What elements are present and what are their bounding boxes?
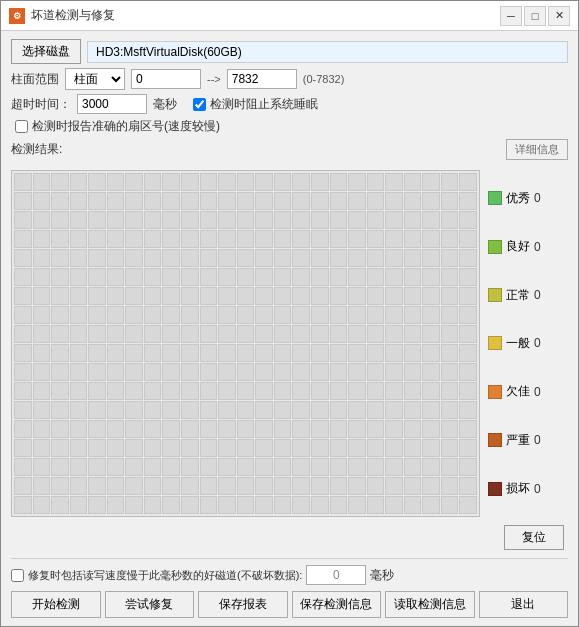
repair-checkbox[interactable] [11, 569, 24, 582]
grid-cell [14, 363, 32, 381]
grid-cell [88, 496, 106, 514]
grid-cell [255, 325, 273, 343]
grid-cell [14, 325, 32, 343]
grid-cell [330, 306, 348, 324]
grid-cell [181, 401, 199, 419]
grid-cell [218, 401, 236, 419]
save-report-button[interactable]: 保存报表 [198, 591, 288, 618]
grid-cell [33, 287, 51, 305]
prevent-sleep-checkbox[interactable] [193, 98, 206, 111]
grid-cell [200, 173, 218, 191]
grid-cell [404, 363, 422, 381]
grid-cell [311, 287, 329, 305]
cylinder-select[interactable]: 柱面 [65, 68, 125, 90]
grid-cell [385, 420, 403, 438]
grid-cell [348, 496, 366, 514]
minimize-button[interactable]: ─ [500, 6, 522, 26]
grid-cell [70, 230, 88, 248]
grid-cell [70, 325, 88, 343]
grid-cell [218, 230, 236, 248]
grid-cell [367, 287, 385, 305]
grid-cell [385, 458, 403, 476]
cylinder-range-hint: (0-7832) [303, 73, 345, 85]
grid-cell [404, 192, 422, 210]
grid-cell [274, 287, 292, 305]
grid-cell [51, 363, 69, 381]
grid-cell [88, 439, 106, 457]
save-detection-button[interactable]: 保存检测信息 [292, 591, 382, 618]
grid-cell [385, 496, 403, 514]
legend-color-box [488, 385, 502, 399]
grid-cell [14, 287, 32, 305]
legend-color-box [488, 336, 502, 350]
grid-cell [459, 230, 477, 248]
grid-cell [422, 458, 440, 476]
repair-value-input[interactable] [306, 565, 366, 585]
detail-button[interactable]: 详细信息 [506, 139, 568, 160]
grid-cell [255, 306, 273, 324]
grid-cell [181, 306, 199, 324]
grid-cell [51, 420, 69, 438]
select-disk-button[interactable]: 选择磁盘 [11, 39, 81, 64]
grid-cell [404, 439, 422, 457]
grid-cell [218, 420, 236, 438]
grid-cell [459, 401, 477, 419]
content-area: 选择磁盘 HD3:MsftVirtualDisk(60GB) 柱面范围 柱面 -… [1, 31, 578, 626]
grid-cell [274, 496, 292, 514]
start-detection-button[interactable]: 开始检测 [11, 591, 101, 618]
try-repair-button[interactable]: 尝试修复 [105, 591, 195, 618]
timeout-input[interactable] [77, 94, 147, 114]
grid-cell [33, 192, 51, 210]
grid-cell [144, 211, 162, 229]
grid-cell [274, 306, 292, 324]
read-detection-button[interactable]: 读取检测信息 [385, 591, 475, 618]
grid-cell [348, 439, 366, 457]
grid-cell [274, 230, 292, 248]
grid-cell [367, 230, 385, 248]
grid-cell [311, 325, 329, 343]
exit-button[interactable]: 退出 [479, 591, 569, 618]
legend-item: 优秀0 [488, 190, 568, 207]
disk-name-label: HD3:MsftVirtualDisk(60GB) [87, 41, 568, 63]
grid-cell [404, 420, 422, 438]
grid-cell [441, 325, 459, 343]
grid-cell [441, 401, 459, 419]
grid-cell [255, 268, 273, 286]
grid-cell [237, 192, 255, 210]
grid-cell [441, 173, 459, 191]
grid-cell [125, 306, 143, 324]
grid-cell [200, 249, 218, 267]
grid-cell [404, 382, 422, 400]
grid-cell [255, 211, 273, 229]
grid-cell [200, 287, 218, 305]
grid-cell [237, 230, 255, 248]
grid-cell [237, 382, 255, 400]
grid-cell [51, 496, 69, 514]
grid-cell [200, 420, 218, 438]
grid-cell [88, 306, 106, 324]
grid-cell [33, 382, 51, 400]
maximize-button[interactable]: □ [524, 6, 546, 26]
grid-cell [14, 344, 32, 362]
grid-cell [422, 344, 440, 362]
reset-button[interactable]: 复位 [504, 525, 564, 550]
grid-cell [125, 287, 143, 305]
grid-cell [311, 230, 329, 248]
grid-cell [311, 496, 329, 514]
legend-label: 优秀 [506, 190, 530, 207]
grid-cell [385, 230, 403, 248]
grid-cell [88, 477, 106, 495]
grid-cell [237, 439, 255, 457]
grid-cell [237, 306, 255, 324]
cylinder-end-input[interactable] [227, 69, 297, 89]
grid-cell [292, 477, 310, 495]
grid-cell [51, 382, 69, 400]
cylinder-start-input[interactable] [131, 69, 201, 89]
close-button[interactable]: ✕ [548, 6, 570, 26]
grid-cell [404, 268, 422, 286]
grid-cell [404, 325, 422, 343]
report-sector-checkbox[interactable] [15, 120, 28, 133]
grid-cell [181, 211, 199, 229]
grid-cell [200, 401, 218, 419]
grid-cell [144, 477, 162, 495]
